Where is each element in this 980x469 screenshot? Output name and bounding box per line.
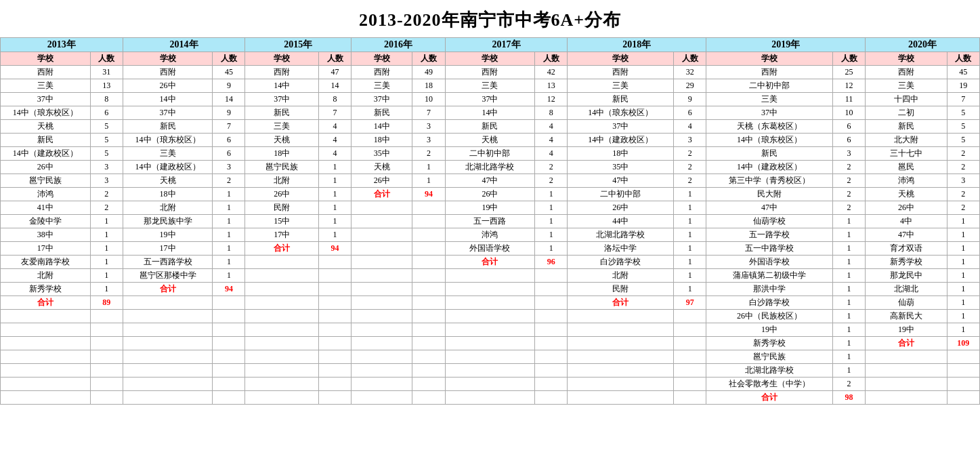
- school-cell: 那龙民族中学: [123, 215, 213, 228]
- col-school-2017: 学校: [445, 52, 535, 66]
- num-cell: 8: [535, 106, 568, 120]
- num-cell: [947, 391, 979, 405]
- table-row: 17中117中1合计94外国语学校1洛坛中学1五一中路学校1育才双语1: [1, 242, 980, 256]
- table-row: 北附1邕宁区那楼中学1北附1蒲庙镇第二初级中学1那龙民中1: [1, 269, 980, 283]
- num-cell: 1: [947, 215, 979, 228]
- school-cell: 37中: [245, 93, 318, 106]
- num-cell: 1: [674, 256, 706, 269]
- school-cell: [445, 350, 535, 364]
- main-table: 2013年 2014年 2015年 2016年 2017年 2018年 2019…: [0, 37, 980, 405]
- school-cell: 合计: [245, 242, 318, 256]
- num-cell: 4: [674, 120, 706, 134]
- num-cell: 2: [832, 174, 865, 188]
- num-cell: [947, 378, 979, 391]
- num-cell: 5: [90, 134, 123, 147]
- num-cell: [535, 350, 568, 364]
- school-cell: 五一西路: [445, 215, 535, 228]
- num-cell: 49: [412, 66, 445, 79]
- table-row: 14中（建政校区）5三美618中435中2二中初中部418中2新民3三十七中2: [1, 147, 980, 161]
- num-cell: [412, 364, 445, 378]
- school-cell: 仙葫: [866, 296, 947, 310]
- num-cell: 1: [832, 323, 865, 337]
- num-cell: 6: [213, 147, 245, 161]
- num-cell: [213, 323, 245, 337]
- num-cell: 1: [947, 323, 979, 337]
- num-cell: 4: [318, 120, 351, 134]
- num-cell: 1: [535, 188, 568, 201]
- table-row: 沛鸿218中126中1合计9426中1二中初中部1民大附2天桃2: [1, 188, 980, 201]
- num-cell: [213, 337, 245, 350]
- school-cell: 新秀学校: [706, 337, 833, 350]
- school-cell: 三美: [706, 93, 833, 106]
- table-row: 14中（琅东校区）637中9新民7新民714中814中（琅东校区）637中10二…: [1, 106, 980, 120]
- school-cell: 第三中学（青秀校区）: [706, 174, 833, 188]
- num-cell: 45: [213, 66, 245, 79]
- num-cell: [412, 242, 445, 256]
- num-cell: 3: [412, 134, 445, 147]
- school-cell: 邕宁民族: [245, 161, 318, 174]
- school-cell: [445, 364, 535, 378]
- school-cell: [445, 337, 535, 350]
- num-cell: 1: [535, 201, 568, 215]
- school-cell: 19中: [866, 323, 947, 337]
- school-cell: 二中初中部: [568, 188, 674, 201]
- table-row: 41中2北附1民附119中126中147中226中2: [1, 201, 980, 215]
- school-cell: 14中（建政校区）: [1, 147, 91, 161]
- school-cell: 天桃: [351, 161, 412, 174]
- col-num-2013: 人数: [90, 52, 123, 66]
- num-cell: [412, 269, 445, 283]
- school-cell: [123, 296, 213, 310]
- school-cell: 邕民: [866, 161, 947, 174]
- num-cell: [412, 323, 445, 337]
- school-cell: 新民: [866, 120, 947, 134]
- school-cell: [123, 378, 213, 391]
- num-cell: 1: [318, 161, 351, 174]
- num-cell: [213, 310, 245, 323]
- school-cell: 14中（建政校区）: [706, 161, 833, 174]
- school-cell: 26中: [866, 201, 947, 215]
- num-cell: 1: [674, 242, 706, 256]
- school-cell: 37中: [123, 106, 213, 120]
- school-cell: [866, 391, 947, 405]
- num-cell: [213, 391, 245, 405]
- num-cell: [213, 296, 245, 310]
- school-cell: [445, 283, 535, 296]
- school-cell: 北附: [245, 174, 318, 188]
- school-cell: 19中: [123, 228, 213, 242]
- year-2019: 2019年: [706, 38, 866, 52]
- num-cell: 1: [318, 228, 351, 242]
- school-cell: 友爱南路学校: [1, 256, 91, 269]
- school-cell: 北附: [1, 269, 91, 283]
- num-cell: [947, 364, 979, 378]
- num-cell: 47: [318, 66, 351, 79]
- school-cell: 三美: [123, 147, 213, 161]
- num-cell: 19: [947, 79, 979, 93]
- table-row: 19中119中1: [1, 323, 980, 337]
- num-cell: 18: [412, 79, 445, 93]
- school-cell: [445, 269, 535, 283]
- num-cell: 3: [90, 174, 123, 188]
- school-cell: 那洪中学: [706, 283, 833, 296]
- school-cell: [866, 350, 947, 364]
- num-cell: 3: [213, 161, 245, 174]
- num-cell: 1: [90, 256, 123, 269]
- school-cell: 民大附: [706, 188, 833, 201]
- num-cell: 1: [947, 256, 979, 269]
- num-cell: 2: [832, 201, 865, 215]
- num-cell: 9: [674, 93, 706, 106]
- num-cell: 1: [832, 364, 865, 378]
- num-cell: [674, 364, 706, 378]
- table-row: 邕宁民族3天桃2北附126中147中247中2第三中学（青秀校区）2沛鸿3: [1, 174, 980, 188]
- num-cell: 1: [947, 242, 979, 256]
- table-row: 新秀学校1合计109: [1, 337, 980, 350]
- num-cell: 6: [674, 106, 706, 120]
- num-cell: 7: [412, 106, 445, 120]
- num-cell: 3: [90, 161, 123, 174]
- col-num-2017: 人数: [535, 52, 568, 66]
- num-cell: [535, 337, 568, 350]
- school-cell: [351, 269, 412, 283]
- table-row: 37中814中1437中837中1037中12新民9三美11十四中7: [1, 93, 980, 106]
- num-cell: [674, 323, 706, 337]
- school-cell: 五一中路学校: [706, 242, 833, 256]
- table-row: 西附31西附45西附47西附49西附42西附32西附25西附45: [1, 66, 980, 79]
